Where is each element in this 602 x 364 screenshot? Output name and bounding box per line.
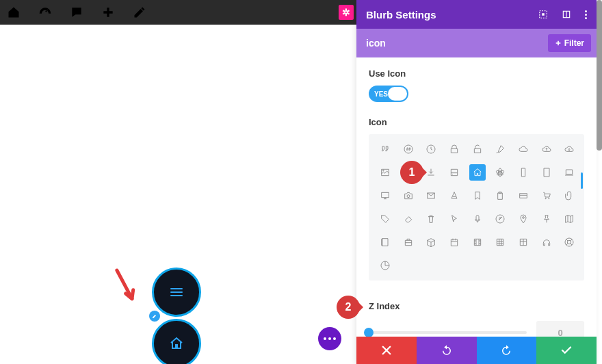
icon-option-tablet[interactable] — [538, 164, 555, 181]
icon-option-atom[interactable] — [492, 164, 508, 181]
icon-picker-grid — [369, 134, 584, 281]
icon-option-pie[interactable] — [377, 257, 393, 274]
icon-option-mail[interactable] — [423, 187, 439, 204]
use-icon-toggle[interactable]: YES — [369, 86, 408, 102]
panel-header: Blurb Settings — [356, 0, 597, 29]
slider-thumb[interactable] — [364, 328, 374, 337]
pencil-icon[interactable] — [133, 5, 146, 19]
book-icon — [380, 237, 391, 248]
icon-option-brush[interactable] — [492, 141, 508, 157]
callout-badge-2: 2 — [337, 296, 360, 319]
builder-canvas — [0, 25, 356, 364]
icon-option-book[interactable] — [377, 234, 393, 250]
page-scrollbar[interactable] — [597, 0, 602, 151]
undo-icon — [441, 344, 453, 356]
blurb-home-module[interactable] — [152, 319, 201, 364]
gauge-icon[interactable] — [38, 5, 52, 19]
icon-option-clipboard[interactable] — [492, 187, 508, 204]
zindex-slider[interactable] — [369, 331, 527, 334]
calendar-icon — [449, 237, 460, 248]
icon-option-mic[interactable] — [469, 211, 486, 227]
icon-option-lifebuoy[interactable] — [561, 234, 577, 250]
callout-badge-1: 1 — [400, 161, 423, 184]
quotes-icon — [380, 144, 391, 155]
icon-option-paperclip[interactable] — [561, 187, 577, 204]
home-icon[interactable] — [7, 5, 21, 19]
icon-option-calendar[interactable] — [446, 234, 462, 250]
trash-icon — [426, 213, 436, 224]
plus-icon[interactable] — [101, 5, 115, 19]
icon-option-pin[interactable] — [515, 211, 532, 227]
icon-option-eraser[interactable] — [400, 211, 417, 227]
cancel-button[interactable] — [356, 337, 417, 364]
icon-option-lock-open[interactable] — [469, 141, 486, 157]
icon-option-cursor[interactable] — [446, 211, 462, 227]
callout-text: 1 — [409, 166, 415, 179]
laptop-icon — [564, 167, 575, 178]
redo-button[interactable] — [477, 337, 537, 364]
clock-icon — [426, 144, 436, 155]
panel-title: Blurb Settings — [366, 9, 436, 21]
icon-option-tag[interactable] — [377, 211, 393, 227]
icon-picker-label: Icon — [369, 117, 584, 127]
undo-button[interactable] — [417, 337, 477, 364]
icon-option-drive[interactable] — [446, 164, 462, 181]
pushpin-icon — [541, 213, 552, 224]
blurb-menu-module[interactable] — [152, 268, 201, 317]
icon-option-cloud-up[interactable] — [538, 141, 555, 157]
save-button[interactable] — [536, 337, 597, 364]
icon-option-film[interactable] — [469, 234, 486, 250]
icon-option-compass[interactable] — [492, 211, 508, 227]
plus-icon — [555, 40, 562, 47]
module-edit-handle[interactable] — [149, 311, 160, 322]
icon-option-lock[interactable] — [446, 141, 462, 157]
cloud-up-icon — [541, 144, 552, 155]
star-badge-icon[interactable]: ✲ — [339, 5, 354, 20]
builder-menu-fab[interactable] — [318, 327, 341, 350]
atom-icon — [495, 167, 506, 178]
filter-button[interactable]: Filter — [548, 34, 591, 52]
snap-icon[interactable] — [538, 10, 548, 19]
icon-option-trash[interactable] — [423, 211, 439, 227]
icon-option-card[interactable] — [515, 187, 532, 204]
tag-icon — [380, 213, 391, 224]
grid-scrollbar[interactable] — [581, 172, 583, 189]
icon-option-clock[interactable] — [423, 141, 439, 157]
chat-icon[interactable] — [70, 5, 83, 19]
icon-option-phone[interactable] — [515, 164, 532, 181]
icon-option-box[interactable] — [423, 234, 439, 250]
drive-icon — [449, 167, 460, 178]
icon-option-briefcase[interactable] — [400, 234, 417, 250]
box-icon — [426, 237, 436, 248]
clipboard-icon — [495, 190, 506, 201]
icon-option-grid[interactable] — [492, 234, 508, 250]
icon-option-quotes[interactable] — [377, 141, 393, 157]
settings-search-input[interactable] — [366, 38, 548, 49]
icon-option-camera[interactable] — [400, 187, 417, 204]
icon-option-quotes-circle[interactable] — [400, 141, 417, 157]
toggle-knob — [388, 87, 407, 101]
dot-icon — [333, 337, 336, 340]
icon-option-cone[interactable] — [446, 187, 462, 204]
icon-option-laptop[interactable] — [561, 164, 577, 181]
callout-text: 2 — [345, 301, 352, 313]
icon-option-image[interactable] — [377, 164, 393, 181]
icon-option-home[interactable] — [469, 164, 486, 181]
grid-icon — [495, 237, 506, 248]
compass-icon — [495, 213, 506, 224]
lock-open-icon — [472, 144, 483, 155]
kebab-menu-icon[interactable] — [585, 10, 587, 19]
icon-option-cloud-down[interactable] — [561, 141, 577, 157]
icon-option-desktop[interactable] — [377, 187, 393, 204]
icon-option-cloud[interactable] — [515, 141, 532, 157]
icon-option-map[interactable] — [561, 211, 577, 227]
filter-label: Filter — [564, 38, 584, 48]
icon-option-pushpin[interactable] — [538, 211, 555, 227]
icon-option-cart[interactable] — [538, 187, 555, 204]
icon-option-bookmark[interactable] — [469, 187, 486, 204]
expand-icon[interactable] — [562, 10, 571, 19]
briefcase-icon — [403, 237, 414, 248]
icon-option-columns[interactable] — [515, 234, 532, 250]
icon-option-headphones[interactable] — [538, 234, 555, 250]
zindex-value[interactable]: 0 — [536, 321, 584, 337]
